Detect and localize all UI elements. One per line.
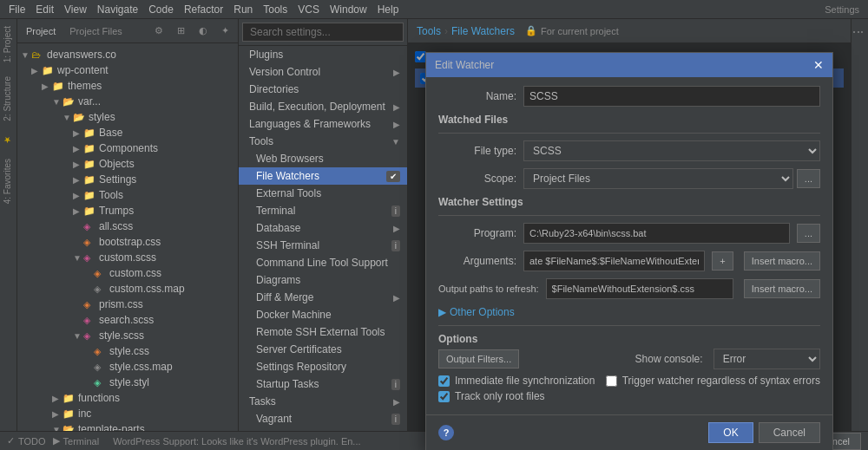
settings-item-tools[interactable]: Tools ▼ [239,133,407,150]
menu-help[interactable]: Help [372,0,404,19]
tree-item[interactable]: ▶ 📁 Components [17,140,238,156]
toolbar-icon-1[interactable]: ⚙ [149,23,168,39]
menu-code[interactable]: Code [143,0,179,19]
tree-item[interactable]: ▼ ◈ custom.scss [17,250,238,265]
menu-file[interactable]: File [3,0,30,19]
trigger-regardless-checkbox[interactable] [606,375,617,387]
structure-tab[interactable]: 2: Structure [0,69,16,128]
status-terminal[interactable]: ▶ Terminal [53,435,100,447]
scope-edit-btn[interactable]: ... [797,169,820,188]
track-root-checkbox[interactable] [438,391,450,402]
right-tab-1[interactable]: ⋮ [852,19,868,45]
settings-item-vcs[interactable]: Version Control ▶ [239,63,407,81]
tree-arrow: ▶ [83,378,94,388]
arguments-macro-btn[interactable]: Insert macro... [744,251,820,271]
tree-item[interactable]: ▶ ◈ all.scss [17,218,238,234]
arguments-input[interactable] [523,251,705,271]
toolbar-icon-4[interactable]: ✦ [216,23,234,39]
file-type-select[interactable]: SCSS [523,140,820,161]
tree-item[interactable]: ▶ 📁 Objects [17,156,238,172]
tree-item[interactable]: ▶ 📁 functions [17,390,238,406]
settings-item-settings-repo[interactable]: Settings Repository [239,358,407,375]
menu-edit[interactable]: Edit [30,0,59,19]
toolbar-icon-3[interactable]: ◐ [194,23,213,39]
tree-arrow: ▶ [73,238,83,247]
tree-item[interactable]: ▶ ◈ custom.css [17,265,238,281]
project-tab[interactable]: 1: Project [0,19,16,69]
tree-item[interactable]: ▶ ◈ bootstrap.css [17,234,238,250]
output-filters-btn[interactable]: Output Filters... [438,349,519,368]
settings-item-xpath[interactable]: XPath Viewer [239,427,407,431]
settings-item-label: Diff & Merge [256,291,313,303]
project-tree[interactable]: ▼ 🗁 devanswers.co ▶ 📁 wp-content ▶ 📁 the… [17,43,238,431]
settings-item-database[interactable]: Database ▶ [239,219,407,237]
menu-tools[interactable]: Tools [258,0,293,19]
tree-item[interactable]: ▶ 📁 Trumps [17,203,238,218]
settings-item-diagrams[interactable]: Diagrams [239,271,407,289]
settings-item-build[interactable]: Build, Execution, Deployment ▶ [239,98,407,115]
tree-item[interactable]: ▶ ◈ style.css.map [17,359,238,375]
show-console-select[interactable]: Error Always Never [713,349,820,369]
settings-item-vagrant[interactable]: Vagrant i [239,410,407,427]
output-macro-btn[interactable]: Insert macro... [744,279,820,298]
tree-item[interactable]: ▶ ◈ prism.css [17,297,238,312]
menu-run[interactable]: Run [228,0,258,19]
settings-item-ssh-terminal[interactable]: SSH Terminal i [239,237,407,254]
settings-item-startup-tasks[interactable]: Startup Tasks i [239,375,407,393]
settings-item-diff-merge[interactable]: Diff & Merge ▶ [239,289,407,306]
settings-item-file-watchers[interactable]: File Watchers ✔ [239,167,407,185]
favorites-label-tab[interactable]: 4: Favorites [0,152,16,211]
tree-item[interactable]: ▶ ◈ style.css [17,343,238,359]
settings-item-remote-ssh[interactable]: Remote SSH External Tools [239,323,407,341]
tree-item-root[interactable]: ▼ 🗁 devanswers.co [17,47,238,62]
tree-item[interactable]: ▼ 📂 styles [17,109,238,125]
settings-item-web-browsers[interactable]: Web Browsers [239,150,407,167]
settings-item-docker[interactable]: Docker Machine [239,306,407,323]
settings-item-server-certs[interactable]: Server Certificates [239,341,407,358]
tree-item[interactable]: ▶ 📁 Tools [17,187,238,203]
settings-item-command-line[interactable]: Command Line Tool Support [239,254,407,271]
menu-window[interactable]: Window [325,0,372,19]
tree-item[interactable]: ▶ 📁 themes [17,78,238,94]
tree-item[interactable]: ▶ ◈ style.styl [17,375,238,390]
program-browse-btn[interactable]: ... [797,224,820,243]
output-paths-input[interactable] [546,278,733,299]
immediate-sync-checkbox[interactable] [438,375,450,387]
status-todo[interactable]: ✓ TODO [7,435,46,447]
settings-item-lang[interactable]: Languages & Frameworks ▶ [239,115,407,133]
ok-button[interactable]: OK [708,422,753,443]
tree-item[interactable]: ▶ 📁 Settings [17,172,238,187]
project-tab-btn[interactable]: Project [21,23,61,39]
help-icon[interactable]: ? [438,425,454,440]
menu-view[interactable]: View [59,0,92,19]
tree-item[interactable]: ▼ 📂 template-parts [17,421,238,431]
settings-item-terminal[interactable]: Terminal i [239,202,407,219]
name-input[interactable] [523,86,820,107]
settings-item-tasks[interactable]: Tasks ▶ [239,393,407,410]
project-files-tab-btn[interactable]: Project Files [64,23,128,39]
breadcrumb-tools[interactable]: Tools [417,25,441,37]
breadcrumb-file-watchers[interactable]: File Watchers [451,25,515,37]
dialog-close-button[interactable]: ✕ [813,58,824,72]
settings-search-input[interactable] [242,23,404,42]
menu-refactor[interactable]: Refactor [179,0,228,19]
toolbar-icon-2[interactable]: ⊞ [172,23,190,39]
settings-item-external-tools[interactable]: External Tools [239,185,407,202]
menu-vcs[interactable]: VCS [293,0,325,19]
cancel-button[interactable]: Cancel [759,422,820,443]
tree-item[interactable]: ▶ ◈ search.scss [17,312,238,328]
settings-item-dirs[interactable]: Directories [239,81,407,98]
tree-item[interactable]: ▼ ◈ style.scss [17,328,238,343]
menu-navigate[interactable]: Navigate [92,0,143,19]
program-input[interactable] [523,223,790,244]
other-options-expand[interactable]: ▶ Other Options [438,306,820,318]
arguments-plus-btn[interactable]: + [712,251,733,271]
tree-item[interactable]: ▶ ◈ custom.css.map [17,281,238,297]
tree-item[interactable]: ▶ 📁 wp-content [17,62,238,78]
scope-select[interactable]: Project Files [523,168,793,189]
tree-item[interactable]: ▶ 📁 Base [17,125,238,140]
favorites-tab[interactable]: ★ [0,128,16,152]
tree-item[interactable]: ▶ 📁 inc [17,406,238,421]
tree-item[interactable]: ▼ 📂 var... [17,94,238,109]
settings-item-plugins[interactable]: Plugins [239,46,407,63]
